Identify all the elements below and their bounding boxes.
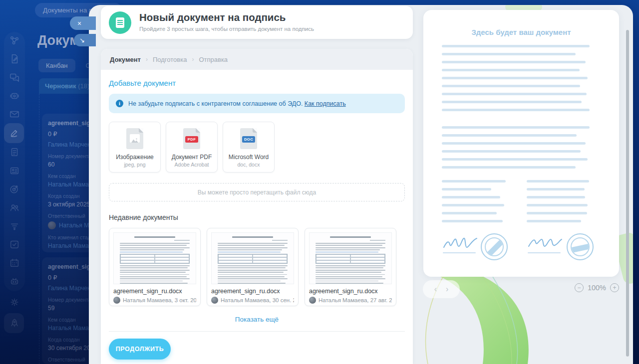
info-icon: i bbox=[116, 100, 123, 107]
divider bbox=[109, 331, 405, 332]
signature-scribble bbox=[528, 235, 563, 253]
zoom-level: 100% bbox=[588, 284, 606, 292]
chevron-right-icon: › bbox=[146, 56, 148, 63]
skeleton-paragraph bbox=[442, 45, 590, 117]
zoom-in-button[interactable]: + bbox=[610, 283, 619, 292]
modal-content: Документ › Подготовка › Отправка Добавьт… bbox=[101, 49, 413, 364]
skeleton-paragraph bbox=[442, 126, 590, 174]
document-preview-panel: Здесь будет ваш документ bbox=[413, 5, 633, 364]
avatar bbox=[113, 297, 120, 304]
document-thumbnail bbox=[309, 232, 392, 284]
file-type-row: Изображение jpeg, png PDF Документ PDF A… bbox=[109, 122, 405, 173]
close-icon: × bbox=[77, 19, 81, 27]
zoom-controls: − 100% + bbox=[575, 283, 619, 292]
image-file-icon bbox=[126, 128, 143, 149]
avatar bbox=[309, 297, 316, 304]
chevron-right-icon: › bbox=[192, 56, 194, 63]
how-to-sign-link[interactable]: Как подписать bbox=[305, 100, 346, 107]
close-button[interactable]: × bbox=[70, 16, 96, 30]
decor-leaves bbox=[413, 264, 633, 364]
document-meta: Наталья Мамаева, 3 окт. 20... bbox=[123, 297, 196, 303]
new-document-modal: × ↘ Новый документ на подпись Пройдите 3… bbox=[89, 5, 633, 364]
modal-title: Новый документ на подпись bbox=[139, 11, 286, 23]
minimize-button[interactable]: ↘ bbox=[74, 34, 96, 46]
prev-page-button[interactable]: ‹ bbox=[434, 285, 437, 294]
document-thumbnail bbox=[113, 232, 196, 284]
banner-text: Не забудьте подписать с контрагентом сог… bbox=[128, 100, 303, 107]
skeleton-column bbox=[442, 180, 507, 228]
doc-badge: DOC bbox=[242, 136, 255, 143]
recent-documents-row: agreement_sign_ru.docx Наталья Мамаева, … bbox=[109, 228, 405, 306]
modal-header: Новый документ на подпись Пройдите 3 про… bbox=[101, 6, 413, 39]
modal-subtitle: Пройдите 3 простых шага, чтобы отправить… bbox=[139, 26, 314, 32]
minimize-icon: ↘ bbox=[79, 36, 85, 44]
continue-button[interactable]: ПРОДОЛЖИТЬ bbox=[109, 339, 171, 360]
step-send[interactable]: Отправка bbox=[199, 56, 228, 63]
stamp-icon bbox=[481, 233, 508, 260]
next-page-button[interactable]: › bbox=[446, 285, 448, 294]
file-type-title: Документ PDF bbox=[172, 154, 212, 161]
step-document[interactable]: Документ bbox=[110, 56, 141, 63]
document-meta: Наталья Мамаева, 27 авг. 2... bbox=[319, 297, 392, 303]
document-filename: agreement_sign_ru.docx bbox=[309, 288, 392, 295]
show-more-link[interactable]: Показать ещё bbox=[109, 316, 405, 323]
preview-placeholder-title: Здесь будет ваш документ bbox=[423, 28, 619, 36]
file-type-subtitle: doc, docx bbox=[238, 162, 260, 168]
file-dropzone[interactable]: Вы можете просто перетащить файл сюда bbox=[109, 183, 405, 201]
document-preview-card: Здесь будет ваш документ bbox=[423, 10, 619, 277]
modal-scrollbar[interactable] bbox=[626, 30, 629, 357]
edo-info-banner: i Не забудьте подписать с контрагентом с… bbox=[109, 94, 405, 113]
section-title: Добавьте документ bbox=[109, 79, 405, 87]
file-type-subtitle: Adobe Acrobat bbox=[175, 162, 209, 168]
document-circle-icon bbox=[109, 11, 131, 34]
recent-document-card[interactable]: agreement_sign_ru.docx Наталья Мамаева, … bbox=[109, 228, 201, 306]
stamp-icon bbox=[567, 233, 594, 260]
doc-file-icon: DOC bbox=[240, 128, 257, 149]
document-meta: Наталья Мамаева, 30 сен. 2... bbox=[221, 297, 294, 303]
file-type-word[interactable]: DOC Microsoft Word doc, docx bbox=[223, 122, 275, 173]
recent-document-card[interactable]: agreement_sign_ru.docx Наталья Мамаева, … bbox=[207, 228, 299, 306]
step-prepare[interactable]: Подготовка bbox=[153, 56, 187, 63]
document-filename: agreement_sign_ru.docx bbox=[113, 288, 196, 295]
skeleton-column bbox=[527, 180, 592, 228]
file-type-subtitle: jpeg, png bbox=[124, 162, 145, 168]
pdf-badge: PDF bbox=[185, 136, 198, 143]
app-screen: Документы на подпись Документы Канбан Сп… bbox=[0, 0, 639, 364]
file-type-title: Изображение bbox=[116, 154, 154, 161]
document-filename: agreement_sign_ru.docx bbox=[211, 288, 294, 295]
document-thumbnail bbox=[211, 232, 294, 284]
zoom-out-button[interactable]: − bbox=[575, 283, 584, 292]
steps-breadcrumb: Документ › Подготовка › Отправка bbox=[101, 49, 413, 70]
pdf-file-icon: PDF bbox=[183, 128, 200, 149]
preview-pager: ‹ › bbox=[423, 280, 460, 298]
signature-scribble bbox=[443, 235, 478, 253]
recent-documents-title: Недавние документы bbox=[109, 213, 405, 221]
file-type-image[interactable]: Изображение jpeg, png bbox=[109, 122, 161, 173]
recent-document-card[interactable]: agreement_sign_ru.docx Наталья Мамаева, … bbox=[305, 228, 396, 306]
file-type-pdf[interactable]: PDF Документ PDF Adobe Acrobat bbox=[166, 122, 218, 173]
file-type-title: Microsoft Word bbox=[229, 154, 269, 161]
dropzone-text: Вы можете просто перетащить файл сюда bbox=[198, 189, 316, 196]
avatar bbox=[211, 297, 218, 304]
